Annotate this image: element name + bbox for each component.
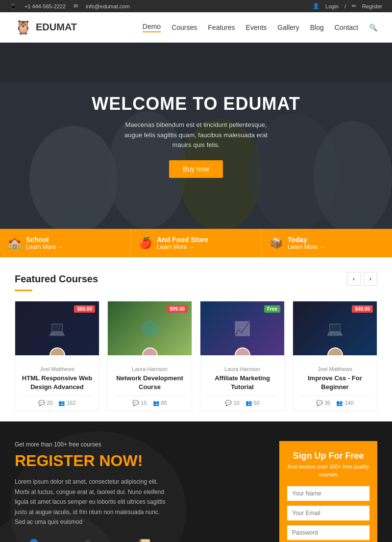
- course-thumb-2: 🌐 $99.00: [108, 301, 192, 355]
- register-link[interactable]: Register: [362, 3, 382, 9]
- category-food: 🍎 And Food Store Learn More →: [131, 229, 262, 257]
- hero-buy-button[interactable]: Buy now: [169, 160, 223, 178]
- course-card-1: 💻 $60.00 Joel Matthews HTML Responsive W…: [15, 301, 99, 412]
- instructor-name-4: Joel Matthews: [299, 366, 371, 372]
- course-thumb-1: 💻 $60.00: [15, 301, 99, 355]
- course-meta-3: 💬 10 👥 50: [206, 395, 278, 406]
- password-input[interactable]: [287, 525, 369, 540]
- graduates-icon: 📜: [122, 539, 167, 542]
- email-icon: ✉: [74, 3, 78, 9]
- course-card-3: 📈 Free Laura Harrison Affiliate Marketin…: [200, 301, 285, 412]
- name-input[interactable]: [287, 486, 369, 501]
- course-card-4: 💻 $40.00 Joel Matthews Improve Css - For…: [293, 301, 377, 412]
- course-card-2: 🌐 $99.00 Laura Harrison Network Developm…: [107, 301, 192, 412]
- stats-row: 👤 2260 Happy Students 🎓 100 Exellent Tea…: [15, 539, 265, 542]
- course-meta-4: 💬 35 👥 140: [299, 395, 371, 406]
- register-text: Lorem ipsum dolor sit amet, consectetur …: [15, 477, 172, 527]
- food-icon: 🍎: [139, 237, 152, 249]
- section-title: Featured Courses: [15, 273, 98, 285]
- school-text: School Learn More →: [26, 236, 64, 250]
- course-title-2: Network Development Course: [114, 374, 186, 392]
- top-bar: 📱 +1 444-565-2222 ✉ info@edumat.com 👤 Lo…: [0, 0, 392, 12]
- course-title-1: HTML Responsive Web Design Advanced: [21, 374, 93, 392]
- featured-courses-section: Featured Courses ‹ › 💻 $60.00 Joel Matth…: [0, 257, 392, 421]
- header: 🦉 EDUMAT Demo Courses Features Events Ga…: [0, 12, 392, 43]
- price-badge-3: Free: [264, 305, 280, 313]
- phone-icon: 📱: [10, 3, 17, 9]
- register-section: Get more than 100+ free courses REGISTER…: [0, 421, 392, 542]
- login-link[interactable]: Login: [325, 3, 339, 9]
- signup-subtitle: And receive over 100+ free quality cours…: [287, 463, 369, 478]
- carousel-nav: ‹ ›: [347, 272, 377, 286]
- hero-content: WELCOME TO EDUMAT Maecenas bibendum est …: [92, 94, 300, 178]
- nav-demo[interactable]: Demo: [143, 23, 161, 32]
- phone-number: +1 444-565-2222: [24, 3, 66, 9]
- search-icon[interactable]: 🔍: [369, 24, 377, 31]
- course-body-3: Laura Harrison Affiliate Marketing Tutor…: [200, 355, 284, 411]
- course-meta-2: 💬 15 👥 85: [114, 395, 186, 406]
- signup-form: Sign Up For Free And receive over 100+ f…: [279, 441, 377, 542]
- comment-count-3: 💬 10: [225, 400, 239, 406]
- today-link[interactable]: Learn More →: [288, 244, 325, 250]
- section-underline: [15, 290, 32, 291]
- top-bar-left: 📱 +1 444-565-2222 ✉ info@edumat.com: [10, 3, 130, 9]
- school-link[interactable]: Learn More →: [26, 244, 64, 250]
- instructor-name-2: Laura Harrison: [114, 366, 186, 372]
- main-nav: Demo Courses Features Events Gallery Blo…: [143, 23, 377, 32]
- logo: 🦉 EDUMAT: [15, 19, 77, 35]
- email-address: info@edumat.com: [86, 3, 129, 9]
- top-bar-right: 👤 Login / ✏ Register: [313, 3, 382, 9]
- logo-icon: 🦉: [15, 19, 32, 35]
- category-school: 🏫 School Learn More →: [0, 229, 131, 257]
- prev-button[interactable]: ‹: [347, 272, 361, 286]
- instructor-name-1: Joel Matthews: [21, 366, 93, 372]
- nav-events[interactable]: Events: [246, 24, 267, 31]
- food-link[interactable]: Learn More →: [157, 244, 208, 250]
- stat-graduates: 📜 1800 Graduate Students: [122, 539, 167, 542]
- student-count-4: 👥 140: [336, 400, 353, 406]
- price-badge-4: $40.00: [352, 305, 373, 313]
- school-title: School: [26, 236, 64, 244]
- school-icon: 🏫: [8, 237, 21, 249]
- today-title: Today: [288, 236, 325, 244]
- register-left: Get more than 100+ free courses REGISTER…: [15, 441, 265, 542]
- teachers-icon: 🎓: [68, 539, 107, 542]
- nav-features[interactable]: Features: [208, 24, 235, 31]
- nav-courses[interactable]: Courses: [172, 24, 197, 31]
- today-icon: 📦: [270, 237, 283, 249]
- comment-count-1: 💬 20: [38, 400, 52, 406]
- course-title-3: Affiliate Marketing Tutorial: [206, 374, 278, 392]
- course-body-2: Laura Harrison Network Development Cours…: [108, 355, 192, 411]
- course-meta-1: 💬 20 👥 162: [21, 395, 93, 406]
- user-icon: 👤: [313, 3, 319, 9]
- logo-text: EDUMAT: [36, 22, 77, 33]
- hero-title: WELCOME TO EDUMAT: [92, 94, 300, 114]
- comment-count-4: 💬 35: [316, 400, 330, 406]
- courses-grid: 💻 $60.00 Joel Matthews HTML Responsive W…: [15, 301, 377, 412]
- register-tag: Get more than 100+ free courses: [15, 441, 265, 448]
- nav-blog[interactable]: Blog: [310, 24, 324, 31]
- price-badge-2: $99.00: [167, 305, 188, 313]
- course-body-4: Joel Matthews Improve Css - For Beginner…: [293, 355, 377, 411]
- register-title: REGISTER NOW!: [15, 452, 265, 470]
- email-input[interactable]: [287, 506, 369, 520]
- price-badge-1: $60.00: [74, 305, 95, 313]
- course-title-4: Improve Css - For Beginner: [299, 374, 371, 392]
- food-text: And Food Store Learn More →: [157, 236, 208, 250]
- category-strip: 🏫 School Learn More → 🍎 And Food Store L…: [0, 229, 392, 257]
- food-title: And Food Store: [157, 236, 208, 244]
- next-button[interactable]: ›: [364, 272, 377, 286]
- hero-subtitle: Maecenas bibendum est et tincidunt pelle…: [118, 120, 274, 150]
- nav-contact[interactable]: Contact: [335, 24, 358, 31]
- nav-gallery[interactable]: Gallery: [277, 24, 299, 31]
- stat-teachers: 🎓 100 Exellent Teacher: [68, 539, 107, 542]
- signup-title: Sign Up For Free: [287, 451, 369, 461]
- today-text: Today Learn More →: [288, 236, 325, 250]
- edit-icon: ✏: [352, 3, 356, 9]
- student-count-3: 👥 50: [245, 400, 260, 406]
- hero-section: WELCOME TO EDUMAT Maecenas bibendum est …: [0, 43, 392, 229]
- course-body-1: Joel Matthews HTML Responsive Web Design…: [15, 355, 99, 411]
- comment-count-2: 💬 15: [132, 400, 147, 406]
- student-count-1: 👥 162: [58, 400, 75, 406]
- course-thumb-3: 📈 Free: [200, 301, 284, 355]
